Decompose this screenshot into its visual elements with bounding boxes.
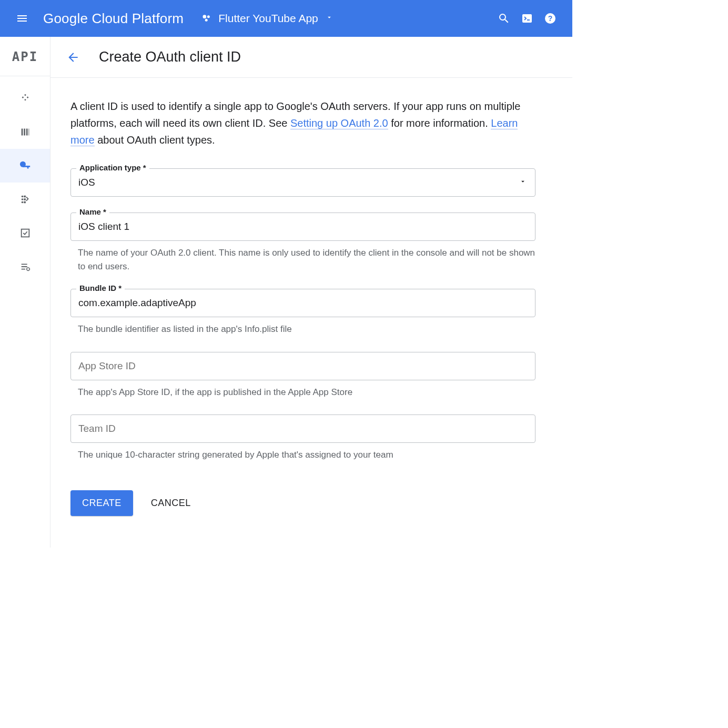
application-type-label: Application type *: [76, 163, 149, 172]
name-label: Name *: [76, 207, 109, 216]
search-button[interactable]: [492, 12, 515, 25]
application-type-value: iOS: [78, 177, 528, 188]
settings-list-icon: [19, 261, 31, 272]
intro-part-2: for more information.: [388, 117, 491, 129]
application-type-select[interactable]: Application type * iOS: [70, 168, 535, 197]
library-icon: [19, 126, 31, 138]
app-store-id-helper: The app's App Store ID, if the app is pu…: [70, 386, 535, 399]
team-id-helper: The unique 10-character string generated…: [70, 448, 535, 462]
svg-point-10: [26, 268, 29, 270]
brand-rest: Cloud Platform: [88, 11, 184, 26]
bundle-id-label: Bundle ID *: [76, 284, 125, 292]
help-icon: ?: [544, 12, 557, 25]
svg-point-7: [21, 198, 23, 200]
svg-point-8: [21, 201, 23, 204]
team-id-input[interactable]: [78, 423, 528, 434]
cloud-shell-button[interactable]: [515, 12, 539, 25]
name-field[interactable]: Name *: [70, 213, 535, 241]
sidebar-divider: [0, 76, 50, 76]
name-input[interactable]: [78, 221, 528, 232]
svg-point-1: [207, 15, 210, 18]
brand-google: Google: [43, 11, 88, 26]
top-bar: Google Cloud Platform Flutter YouTube Ap…: [0, 0, 572, 37]
dashboard-icon: [19, 93, 31, 104]
bundle-id-field[interactable]: Bundle ID *: [70, 289, 535, 317]
search-icon: [498, 12, 510, 25]
back-button[interactable]: [66, 50, 87, 64]
name-helper: The name of your OAuth 2.0 client. This …: [70, 246, 535, 273]
cancel-button[interactable]: CANCEL: [151, 498, 191, 509]
svg-rect-9: [21, 229, 29, 237]
svg-text:?: ?: [548, 14, 553, 23]
page-title: Create OAuth client ID: [99, 49, 241, 65]
sidebar-item-domain-verification[interactable]: [0, 216, 50, 250]
app-store-id-input[interactable]: [78, 360, 528, 372]
chevron-down-icon: [519, 178, 527, 187]
key-icon: [19, 160, 31, 171]
sidebar-item-page-usage[interactable]: [0, 250, 50, 284]
create-button[interactable]: CREATE: [70, 490, 133, 516]
sidebar-item-dashboard[interactable]: [0, 82, 50, 115]
brand-label: Google Cloud Platform: [43, 11, 184, 27]
bundle-id-helper: The bundle identifier as listed in the a…: [70, 322, 535, 336]
project-selector[interactable]: Flutter YouTube App: [201, 12, 333, 25]
intro-text: A client ID is used to identify a single…: [70, 98, 535, 148]
menu-icon: [16, 12, 28, 25]
api-logo: API: [12, 49, 38, 64]
svg-point-2: [205, 19, 208, 22]
svg-rect-3: [522, 14, 532, 23]
app-store-id-field[interactable]: [70, 352, 535, 380]
team-id-field[interactable]: [70, 414, 535, 443]
cloud-shell-icon: [521, 12, 533, 25]
chevron-down-icon: [326, 14, 333, 23]
consent-icon: [19, 194, 31, 205]
sidebar: API: [0, 37, 50, 548]
page-header: Create OAuth client ID: [50, 37, 572, 78]
sidebar-item-oauth-consent[interactable]: [0, 183, 50, 216]
svg-point-6: [21, 196, 23, 198]
sidebar-item-library[interactable]: [0, 115, 50, 149]
sidebar-item-credentials[interactable]: [0, 149, 50, 183]
project-name: Flutter YouTube App: [218, 12, 318, 25]
check-box-icon: [19, 227, 31, 239]
svg-point-0: [203, 15, 207, 18]
main-content: Create OAuth client ID A client ID is us…: [50, 37, 572, 548]
menu-button[interactable]: [11, 12, 34, 25]
arrow-left-icon: [66, 50, 80, 64]
setup-oauth-link[interactable]: Setting up OAuth 2.0: [290, 117, 388, 129]
intro-part-3: about OAuth client types.: [95, 134, 215, 146]
help-button[interactable]: ?: [539, 12, 562, 25]
bundle-id-input[interactable]: [78, 297, 528, 309]
project-icon: [201, 13, 213, 24]
